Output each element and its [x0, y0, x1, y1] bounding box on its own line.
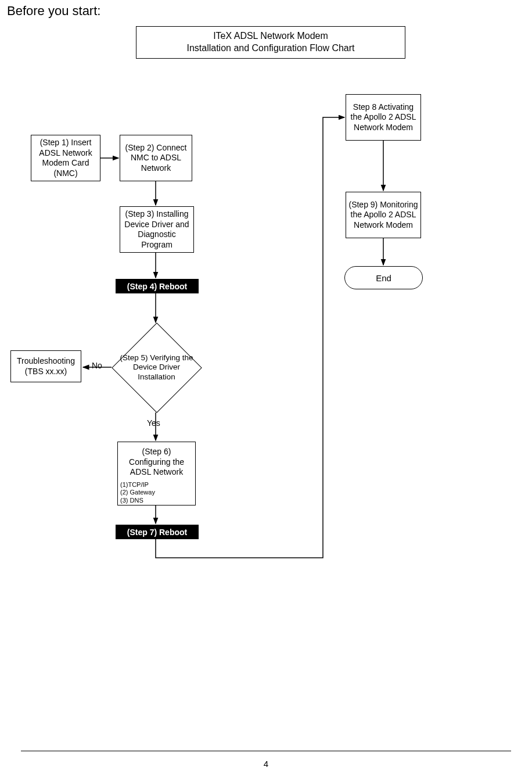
node-step6-label: (Step 6) Configuring the ADSL Network: [120, 447, 193, 478]
node-step8-label: Step 8 Activating the Apollo 2 ADSL Netw…: [348, 102, 418, 133]
node-step2-label: (Step 2) Connect NMC to ADSL Network: [123, 143, 189, 174]
node-step3-label: (Step 3) Installing Device Driver and Di…: [123, 209, 191, 250]
step6-sub3: (3) DNS: [120, 497, 155, 505]
flowchart-title-box: ITeX ADSL Network Modem Installation and…: [136, 26, 405, 59]
flowchart-arrows: [0, 0, 532, 778]
node-troubleshoot: Troubleshooting (TBS xx.xx): [10, 350, 81, 382]
page-heading: Before you start:: [7, 3, 100, 19]
node-step5-label: (Step 5) Verifying the Device Driver Ins…: [116, 353, 197, 382]
node-step7: (Step 7) Reboot: [116, 525, 199, 539]
node-step7-label: (Step 7) Reboot: [127, 528, 187, 537]
title-line2: Installation and Configuration Flow Char…: [186, 42, 354, 55]
node-step6-sublist: (1)TCP/IP (2) Gateway (3) DNS: [120, 481, 155, 505]
footer-rule: [21, 751, 511, 752]
node-step3: (Step 3) Installing Device Driver and Di…: [120, 206, 194, 253]
node-step9: (Step 9) Monitoring the Apollo 2 ADSL Ne…: [346, 192, 421, 238]
node-step4: (Step 4) Reboot: [116, 279, 199, 293]
node-step4-label: (Step 4) Reboot: [127, 282, 187, 291]
edge-label-no: No: [92, 361, 102, 370]
node-step5-decision: (Step 5) Verifying the Device Driver Ins…: [112, 322, 202, 413]
node-step1: (Step 1) Insert ADSL Network Modem Card …: [31, 135, 100, 181]
node-step9-label: (Step 9) Monitoring the Apollo 2 ADSL Ne…: [348, 200, 418, 231]
node-step8: Step 8 Activating the Apollo 2 ADSL Netw…: [346, 94, 421, 141]
edge-label-yes: Yes: [147, 418, 160, 428]
node-troubleshoot-label: Troubleshooting (TBS xx.xx): [13, 356, 78, 377]
node-step1-label: (Step 1) Insert ADSL Network Modem Card …: [34, 138, 98, 178]
page-number: 4: [0, 759, 532, 769]
node-end-label: End: [376, 273, 391, 283]
title-line1: ITeX ADSL Network Modem: [213, 30, 328, 42]
node-end: End: [344, 266, 423, 289]
step6-sub1: (1)TCP/IP: [120, 481, 155, 489]
step6-sub2: (2) Gateway: [120, 489, 155, 497]
node-step2: (Step 2) Connect NMC to ADSL Network: [120, 135, 192, 181]
node-step6: (Step 6) Configuring the ADSL Network (1…: [117, 442, 196, 505]
